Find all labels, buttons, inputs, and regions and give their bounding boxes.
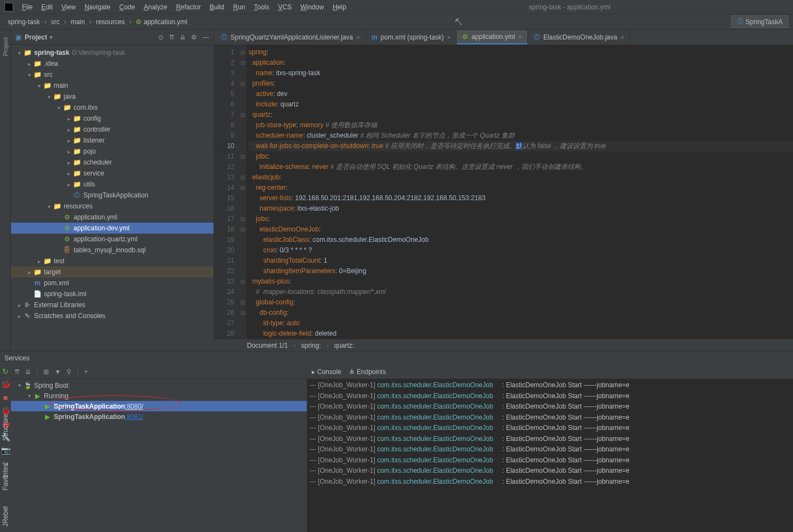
tree-item[interactable]: ▸⊪External Libraries (11, 299, 213, 310)
tree-item[interactable]: ⚙application-quartz.yml (11, 234, 213, 245)
svc-grid-icon[interactable]: ⊞ (43, 368, 49, 376)
svc-bookmark-icon[interactable]: ⚲ (66, 368, 71, 376)
tree-item[interactable]: 📄spring-task.iml (11, 288, 213, 299)
left-strip-bottom: Structure (0, 411, 11, 444)
tree-item[interactable]: ▸📁service (11, 168, 213, 179)
gear-icon[interactable]: ⚙ (191, 33, 197, 41)
svc-collapse-icon[interactable]: ⇊ (25, 368, 31, 376)
jrebel-tool-button[interactable]: JRebel (2, 506, 9, 527)
tree-item[interactable]: ▸📁config (11, 113, 213, 124)
project-panel: ▣ Project ▾ ⊙ ⇈ ⇊ ⚙ — ▾📁spring-taskG:\de… (11, 30, 214, 351)
build-icon[interactable]: 🔨 (454, 18, 463, 26)
app-logo-icon (4, 3, 13, 12)
project-icon: ▣ (15, 33, 21, 41)
svc-add-icon[interactable]: + (84, 368, 88, 376)
menu-build[interactable]: Build (205, 2, 229, 12)
services-tree[interactable]: ▾🍃Spring Boot▾▶Running▶SpringTaskApplica… (11, 379, 307, 532)
tree-item[interactable]: ▸📁scheduler (11, 157, 213, 168)
line-gutter[interactable]: 1234567891011121314151617181920212223242… (214, 45, 239, 339)
services-title: Services (4, 354, 30, 362)
tree-item[interactable]: ▸📁test (11, 256, 213, 267)
dropdown-icon[interactable]: ▾ (49, 33, 53, 41)
hide-icon[interactable]: — (203, 33, 209, 41)
menu-edit[interactable]: Edit (37, 2, 57, 12)
status-crumb-1[interactable]: quartz: (334, 342, 355, 349)
tree-item[interactable]: ▸📁utils (11, 179, 213, 190)
console-tabs: ▸Console⋔Endpoints (307, 365, 793, 379)
tree-item[interactable]: ▸📁.idea (11, 58, 213, 69)
breadcrumb-2[interactable]: main (68, 17, 88, 27)
status-crumb-0[interactable]: spring: (301, 342, 321, 349)
tree-item[interactable]: mpom.xml (11, 278, 213, 288)
menu-view[interactable]: View (57, 2, 80, 12)
console-tab[interactable]: ▸Console (312, 368, 341, 376)
fold-column[interactable]: ⊟⊟⊟⊟⊟⊟⊟⊟⊟⊟⊟⊟ (239, 45, 246, 339)
editor-tab[interactable]: ⒸElasticDemoOneJob.java× (528, 30, 630, 44)
editor-tabs: ⒸSpringQuartzYamlApplicationListener.jav… (214, 30, 793, 45)
menu-help[interactable]: Help (328, 2, 351, 12)
favorites-tool-button[interactable]: Favorites (2, 463, 9, 490)
tree-item[interactable]: ▾📁com.itxs (11, 102, 213, 113)
breadcrumb-0[interactable]: spring-task (4, 17, 43, 27)
menu-analyze[interactable]: Analyze (139, 2, 172, 12)
tree-item[interactable]: ▾📁spring-taskG:\dev\spring-task (11, 47, 213, 58)
services-panel: Services ↻ 🐞 ■ 🐞 🐞 🔧 📷 ↪ ↩ ⇈ ⇊ | ⊞ ▼ ⚲ |… (0, 351, 793, 532)
menu-window[interactable]: Window (296, 2, 328, 12)
console-tab[interactable]: ⋔Endpoints (349, 368, 386, 376)
stop-icon[interactable]: ■ (3, 393, 8, 402)
editor-tab[interactable]: ⚙application.yml× (457, 30, 528, 44)
menu-file[interactable]: File (18, 2, 37, 12)
tree-item[interactable]: 🗄tables_mysql_innodb.sql (11, 245, 213, 256)
tree-item[interactable]: ▸📁listener (11, 135, 213, 146)
svc-expand-icon[interactable]: ⇈ (14, 368, 20, 376)
editor-tab[interactable]: ⒸSpringQuartzYamlApplicationListener.jav… (215, 30, 366, 44)
services-item[interactable]: ▶SpringTaskApplication :8081/ (11, 411, 307, 422)
tree-item[interactable]: ▾📁src (11, 69, 213, 80)
locate-icon[interactable]: ⊙ (158, 33, 164, 41)
rerun-icon[interactable]: ↻ (2, 367, 9, 376)
tree-item[interactable]: ⚙application-dev.yml (11, 223, 213, 234)
collapse-icon[interactable]: ⇊ (180, 33, 185, 41)
project-panel-header: ▣ Project ▾ ⊙ ⇈ ⇊ ⚙ — (11, 30, 213, 45)
project-tree[interactable]: ▾📁spring-taskG:\dev\spring-task▸📁.idea▾📁… (11, 45, 213, 351)
tree-item[interactable]: ▾📁java (11, 91, 213, 102)
tree-item[interactable]: ▾📁main (11, 80, 213, 91)
breadcrumb-4[interactable]: ⚙ application.yml (132, 17, 190, 27)
tree-item[interactable]: ▸📁target (11, 267, 213, 278)
tree-item[interactable]: ⚙application.yml (11, 212, 213, 223)
menu-refactor[interactable]: Refactor (172, 2, 205, 12)
left-strip-bottom3: JRebel (0, 503, 11, 530)
menu-code[interactable]: Code (115, 2, 139, 12)
camera-icon[interactable]: 📷 (1, 446, 10, 455)
menu-run[interactable]: Run (229, 2, 250, 12)
menu-navigate[interactable]: Navigate (80, 2, 115, 12)
tree-item[interactable]: ▾📁resources (11, 201, 213, 212)
menu-tools[interactable]: Tools (250, 2, 274, 12)
tree-item[interactable]: ▸✎Scratches and Consoles (11, 310, 213, 321)
svc-filter-icon[interactable]: ▼ (54, 368, 61, 376)
run-config-button[interactable]: Ⓒ SpringTaskA (731, 15, 789, 28)
console-column: ▸Console⋔Endpoints --- [OneJob_Worker-1]… (307, 365, 793, 532)
editor-tab[interactable]: mpom.xml (spring-task)× (366, 30, 457, 44)
breadcrumb-1[interactable]: src (48, 17, 63, 27)
status-document: Document 1/1 (247, 342, 288, 349)
tree-item[interactable]: ▸📁controller (11, 124, 213, 135)
services-item[interactable]: ▶SpringTaskApplication :8080/ (11, 401, 307, 411)
structure-tool-button[interactable]: Structure (2, 414, 9, 441)
menu-vcs[interactable]: VCS (274, 2, 296, 12)
breadcrumb-3[interactable]: resources (93, 17, 128, 27)
class-icon: Ⓒ (737, 17, 744, 26)
tree-item[interactable]: ▸📁pojo (11, 146, 213, 157)
project-tool-button[interactable]: Project (2, 34, 9, 59)
services-item[interactable]: ▾🍃Spring Boot (11, 380, 307, 390)
expand-icon[interactable]: ⇈ (169, 33, 175, 41)
run-icon[interactable]: 🐞 (1, 380, 10, 389)
left-tool-strip: Project (0, 30, 11, 351)
tree-item[interactable]: ⒸSpringTaskApplication (11, 190, 213, 201)
services-item[interactable]: ▾▶Running (11, 390, 307, 401)
editor-content[interactable]: spring: application: name: itxs-spring-t… (246, 45, 793, 339)
run-config-label: SpringTaskA (746, 18, 783, 26)
editor-status-bar: Document 1/1 › spring: › quartz: (214, 339, 793, 351)
services-header: Services (0, 352, 793, 365)
console-output[interactable]: --- [OneJob_Worker-1] com.itxs.scheduler… (307, 379, 793, 532)
